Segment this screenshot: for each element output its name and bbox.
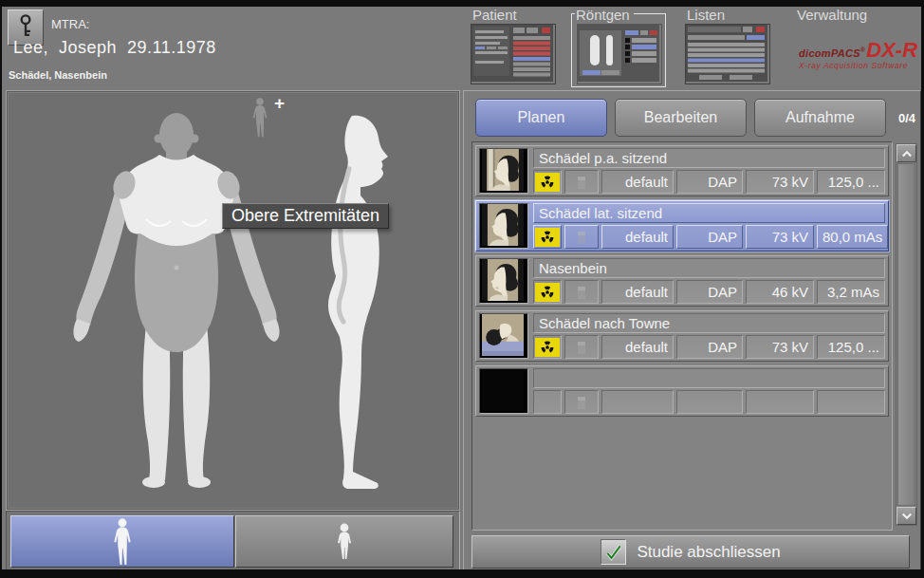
scrollbar-track[interactable] xyxy=(897,163,915,506)
preset-cell[interactable]: default xyxy=(601,280,674,304)
child-patient-button[interactable] xyxy=(235,515,453,568)
adult-figure-icon xyxy=(108,517,137,567)
exposure-counter: 0/4 xyxy=(898,111,915,125)
zoom-body-icon[interactable] xyxy=(246,97,274,139)
procedure-thumbnail[interactable] xyxy=(479,368,528,414)
body-side-figure[interactable] xyxy=(314,114,401,495)
nav-label-listen[interactable]: Listen xyxy=(687,7,725,23)
finish-study-label: Studie abschliessen xyxy=(637,543,780,562)
check-icon xyxy=(601,539,626,565)
body-map-panel: + Obere Extremitäten xyxy=(6,90,460,511)
mas-cell[interactable] xyxy=(817,390,885,414)
procedure-title: Schädel lat. sitzend xyxy=(533,203,885,223)
logo-tagline: X-ray Acquisition Software xyxy=(799,61,917,70)
procedure-details: Schädel p.a. sitzenddefaultDAP73 kV125,0… xyxy=(533,148,885,194)
child-figure-icon xyxy=(333,523,356,561)
mas-cell[interactable]: 125,0 ... xyxy=(817,170,885,194)
dap-cell[interactable]: DAP xyxy=(676,335,743,359)
procedure-details: Schädel nach TownedefaultDAP73 kV125,0 .… xyxy=(533,313,885,359)
dap-cell[interactable]: DAP xyxy=(676,225,743,249)
chevron-up-icon xyxy=(901,150,913,158)
kv-cell[interactable]: 46 kV xyxy=(746,280,814,304)
app-logo: dicomPACS®DX-R X-ray Acquisition Softwar… xyxy=(799,38,917,70)
nav-thumbnail-patient[interactable] xyxy=(471,24,556,84)
cassette-icon-disabled xyxy=(564,390,599,414)
operator-label: MTRA: xyxy=(51,17,89,31)
nav-thumbnail-listen[interactable] xyxy=(685,24,770,84)
radiation-warning-icon xyxy=(533,335,562,359)
tab-aufnahme[interactable]: Aufnahme xyxy=(754,99,886,137)
dap-cell[interactable]: DAP xyxy=(676,170,743,194)
adult-patient-button[interactable] xyxy=(10,515,234,568)
procedure-row[interactable] xyxy=(475,365,889,417)
radiation-warning-icon xyxy=(533,280,562,304)
procedure-title: Nasenbein xyxy=(533,258,885,278)
radiation-warning-icon xyxy=(533,170,562,194)
procedure-row[interactable]: NasenbeindefaultDAP46 kV3,2 mAs xyxy=(475,255,889,307)
preset-cell[interactable] xyxy=(601,390,674,414)
left-edge xyxy=(0,0,2,578)
nav-label-roentgen[interactable]: Röntgen xyxy=(575,7,634,23)
study-description: Schädel, Nasenbein xyxy=(9,69,107,81)
zoom-plus-icon[interactable]: + xyxy=(274,93,285,114)
body-region-tooltip: Obere Extremitäten xyxy=(222,203,389,229)
patient-name: Lee, Joseph 29.11.1978 xyxy=(13,38,216,58)
cassette-icon-disabled xyxy=(564,335,599,359)
scroll-down-button[interactable] xyxy=(896,507,916,525)
procedure-title: Schädel nach Towne xyxy=(533,313,885,333)
finish-study-button[interactable]: Studie abschliessen xyxy=(471,535,910,569)
cassette-icon-disabled xyxy=(564,225,599,249)
cassette-icon-disabled xyxy=(564,170,599,194)
kv-cell[interactable]: 73 kV xyxy=(746,335,814,359)
kv-cell[interactable]: 73 kV xyxy=(746,225,814,249)
cassette-icon-disabled xyxy=(564,280,599,304)
procedure-row[interactable]: Schädel nach TownedefaultDAP73 kV125,0 .… xyxy=(475,310,889,362)
nav-label-verwaltung[interactable]: Verwaltung xyxy=(797,7,867,23)
top-edge xyxy=(0,0,924,7)
procedure-cells: defaultDAP73 kV125,0 ... xyxy=(533,335,885,359)
tab-planen[interactable]: Planen xyxy=(475,99,607,137)
worklist-panel: Planen Bearbeiten Aufnahme 0/4 Schädel p… xyxy=(463,90,921,571)
procedure-cells xyxy=(533,390,885,414)
procedure-thumbnail[interactable] xyxy=(479,313,528,359)
kv-cell[interactable]: 73 kV xyxy=(746,170,814,194)
nav-label-patient[interactable]: Patient xyxy=(472,7,517,23)
bottom-edge xyxy=(0,569,924,578)
logo-brand: dicomPACS® xyxy=(799,47,865,59)
procedure-cells: defaultDAP73 kV80,0 mAs xyxy=(533,225,885,249)
application-window: MTRA: Lee, Joseph 29.11.1978 Schädel, Na… xyxy=(2,7,921,569)
dap-cell[interactable]: DAP xyxy=(676,280,743,304)
kv-cell[interactable] xyxy=(746,390,814,414)
procedure-title: Schädel p.a. sitzend xyxy=(533,148,885,168)
mas-cell[interactable]: 3,2 mAs xyxy=(817,280,885,304)
radiation-warning-icon xyxy=(533,225,562,249)
procedure-details: Schädel lat. sitzenddefaultDAP73 kV80,0 … xyxy=(533,203,885,249)
procedure-details xyxy=(533,368,885,414)
chevron-down-icon xyxy=(901,513,913,520)
procedure-list: Schädel p.a. sitzenddefaultDAP73 kV125,0… xyxy=(471,141,893,531)
procedure-title xyxy=(533,368,885,388)
radiation-cell-empty xyxy=(533,390,562,414)
procedure-thumbnail[interactable] xyxy=(479,203,528,249)
preset-cell[interactable]: default xyxy=(601,170,674,194)
list-scrollbar[interactable] xyxy=(896,143,917,526)
procedure-row[interactable]: Schädel p.a. sitzenddefaultDAP73 kV125,0… xyxy=(475,145,889,196)
procedure-cells: defaultDAP73 kV125,0 ... xyxy=(533,170,885,194)
scroll-up-button[interactable] xyxy=(896,144,916,162)
procedure-row[interactable]: Schädel lat. sitzenddefaultDAP73 kV80,0 … xyxy=(475,200,889,252)
preset-cell[interactable]: default xyxy=(601,335,674,359)
procedure-cells: defaultDAP46 kV3,2 mAs xyxy=(533,280,885,304)
patient-size-bar xyxy=(6,511,460,572)
mas-cell[interactable]: 125,0 ... xyxy=(817,335,885,359)
logo-product: DX-R xyxy=(866,38,917,62)
body-front-figure[interactable] xyxy=(70,113,283,489)
procedure-thumbnail[interactable] xyxy=(479,258,528,304)
mas-cell[interactable]: 80,0 mAs xyxy=(817,225,888,249)
nav-selected-frame xyxy=(571,13,666,87)
preset-cell[interactable]: default xyxy=(601,225,674,249)
procedure-thumbnail[interactable] xyxy=(479,148,528,194)
dap-cell[interactable] xyxy=(676,390,743,414)
tab-bearbeiten[interactable]: Bearbeiten xyxy=(615,99,747,137)
procedure-details: NasenbeindefaultDAP46 kV3,2 mAs xyxy=(533,258,885,304)
